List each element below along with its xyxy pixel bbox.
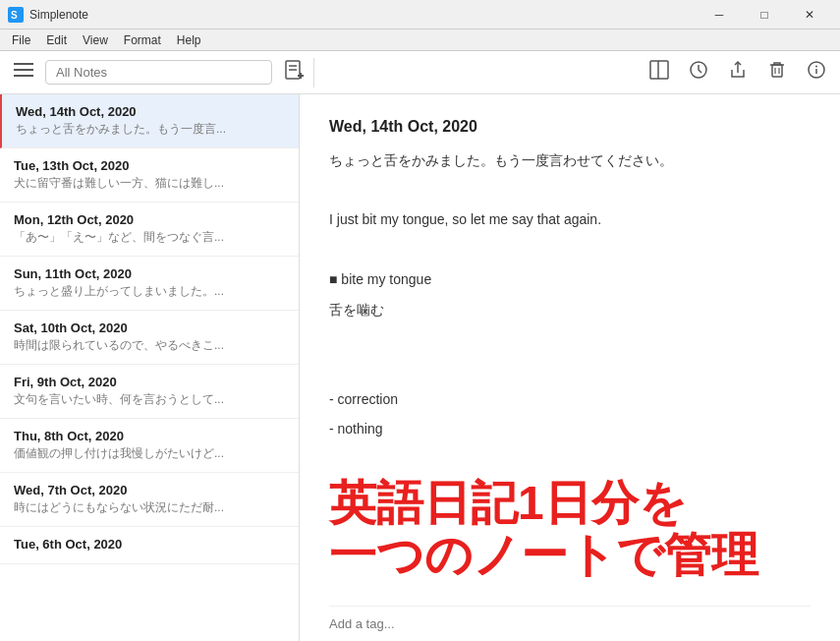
info-icon: [807, 60, 826, 80]
menu-file[interactable]: File: [4, 31, 38, 49]
trash-icon: [767, 60, 787, 80]
note-item-date: Tue, 6th Oct, 2020: [14, 537, 285, 552]
overlay-line2: 一つのノートで管理: [329, 529, 758, 581]
overlay-text-container: 英語日記1日分を 一つのノートで管理: [329, 478, 811, 582]
note-list-item[interactable]: Mon, 12th Oct, 2020 「あ〜」「え〜」など、間をつなぐ言...: [0, 203, 299, 257]
note-item-date: Fri, 9th Oct, 2020: [14, 375, 285, 389]
search-input[interactable]: [45, 60, 272, 85]
trash-button[interactable]: [763, 56, 791, 88]
note-item-preview: 「あ〜」「え〜」など、間をつなぐ言...: [14, 229, 285, 246]
note-line: [329, 358, 811, 379]
note-list-item[interactable]: Thu, 8th Oct, 2020 価値観の押し付けは我慢しがたいけど...: [0, 419, 299, 473]
note-item-date: Tue, 13th Oct, 2020: [14, 158, 285, 173]
overlay-text: 英語日記1日分を 一つのノートで管理: [329, 478, 811, 582]
history-button[interactable]: [685, 56, 712, 88]
menu-format[interactable]: Format: [116, 31, 169, 49]
svg-rect-3: [14, 69, 33, 71]
menu-edit[interactable]: Edit: [38, 31, 75, 49]
note-item-date: Sun, 11th Oct, 2020: [14, 266, 285, 281]
note-item-date: Wed, 14th Oct, 2020: [16, 104, 285, 119]
note-list-item[interactable]: Wed, 7th Oct, 2020 時にはどうにもならない状況にただ耐...: [0, 473, 299, 527]
close-button[interactable]: ✕: [787, 0, 832, 29]
menu-help[interactable]: Help: [169, 31, 209, 49]
maximize-button[interactable]: □: [742, 0, 787, 29]
svg-point-19: [815, 66, 817, 68]
note-line: I just bit my tongue, so let me say that…: [329, 208, 811, 230]
note-item-preview: 犬に留守番は難しい一方、猫には難し...: [14, 175, 285, 192]
app-icon: S: [8, 7, 24, 23]
note-list-item[interactable]: Tue, 6th Oct, 2020: [0, 527, 299, 564]
info-button[interactable]: [803, 56, 830, 88]
overlay-line1: 英語日記1日分を: [329, 477, 687, 529]
note-list-item[interactable]: Sat, 10th Oct, 2020 時間は限られているので、やるべきこ...: [0, 311, 299, 365]
note-line: [329, 239, 811, 261]
app-body: Wed, 14th Oct, 2020 ちょっと舌をかみました。もう一度言...…: [0, 51, 840, 641]
note-list-item[interactable]: Sun, 11th Oct, 2020 ちょっと盛り上がってしまいました。...: [0, 257, 299, 311]
note-item-preview: ちょっと盛り上がってしまいました。...: [14, 283, 285, 300]
note-body[interactable]: ちょっと舌をかみました。もう一度言わせてください。 I just bit my …: [329, 149, 811, 440]
note-item-preview: 価値観の押し付けは我慢しがたいけど...: [14, 445, 285, 462]
note-editor: Wed, 14th Oct, 2020 ちょっと舌をかみました。もう一度言わせて…: [300, 94, 840, 641]
note-line: ちょっと舌をかみました。もう一度言わせてください。: [329, 149, 811, 171]
title-bar: S Simplenote ─ □ ✕: [0, 0, 840, 29]
note-item-date: Thu, 8th Oct, 2020: [14, 429, 285, 443]
note-line: [329, 179, 811, 201]
share-button[interactable]: [724, 56, 752, 88]
window-controls: ─ □ ✕: [697, 0, 832, 29]
note-line: - nothing: [329, 418, 811, 439]
toolbar-divider: [313, 58, 314, 87]
toolbar-right: [318, 56, 830, 88]
tag-input[interactable]: [329, 606, 811, 641]
window-title: Simplenote: [29, 8, 697, 22]
note-line: 舌を噛む: [329, 299, 811, 320]
note-item-date: Wed, 7th Oct, 2020: [14, 483, 285, 497]
note-item-preview: 文句を言いたい時、何を言おうとして...: [14, 391, 285, 408]
note-item-date: Sat, 10th Oct, 2020: [14, 320, 285, 335]
svg-text:S: S: [11, 10, 18, 21]
hamburger-button[interactable]: [10, 56, 37, 88]
content-area: Wed, 14th Oct, 2020 ちょっと舌をかみました。もう一度言...…: [0, 94, 840, 641]
minimize-button[interactable]: ─: [697, 0, 742, 29]
layout-button[interactable]: [645, 56, 673, 88]
menu-view[interactable]: View: [75, 31, 116, 49]
toolbar: [0, 51, 840, 94]
new-note-icon: [284, 59, 306, 81]
toolbar-left: [10, 55, 309, 89]
note-item-preview: 時にはどうにもならない状況にただ耐...: [14, 499, 285, 516]
note-item-preview: 時間は限られているので、やるべきこ...: [14, 337, 285, 354]
note-item-date: Mon, 12th Oct, 2020: [14, 212, 285, 227]
share-icon: [728, 60, 748, 80]
svg-rect-10: [650, 61, 668, 79]
note-line: [329, 328, 811, 350]
svg-rect-14: [772, 65, 782, 77]
svg-rect-2: [14, 63, 33, 65]
note-list-item[interactable]: Wed, 14th Oct, 2020 ちょっと舌をかみました。もう一度言...: [0, 94, 299, 148]
note-list-item[interactable]: Tue, 13th Oct, 2020 犬に留守番は難しい一方、猫には難し...: [0, 148, 299, 203]
note-item-preview: ちょっと舌をかみました。もう一度言...: [16, 121, 285, 138]
note-title: Wed, 14th Oct, 2020: [329, 114, 811, 140]
note-line: ■ bite my tongue: [329, 268, 811, 290]
new-note-button[interactable]: [280, 55, 309, 89]
history-icon: [689, 60, 708, 80]
menu-bar: File Edit View Format Help: [0, 29, 840, 51]
layout-icon: [649, 60, 669, 80]
notes-list: Wed, 14th Oct, 2020 ちょっと舌をかみました。もう一度言...…: [0, 94, 300, 641]
svg-rect-4: [14, 75, 33, 77]
note-line: - correction: [329, 388, 811, 410]
note-list-item[interactable]: Fri, 9th Oct, 2020 文句を言いたい時、何を言おうとして...: [0, 365, 299, 419]
hamburger-icon: [14, 60, 33, 80]
